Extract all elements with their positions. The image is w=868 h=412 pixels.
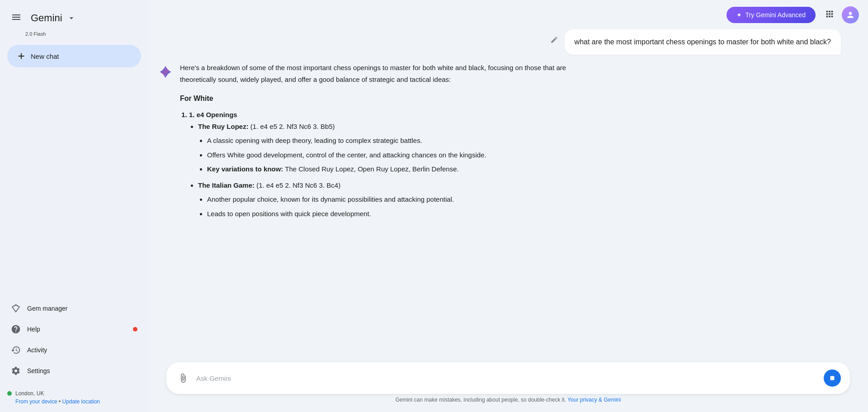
e4-opening-details: The Ruy Lopez: (1. e4 e5 2. Nf3 Nc6 3. B… [189,121,587,220]
user-message-wrapper: what are the most important chess openin… [157,29,859,55]
topbar: ✦ Try Gemini Advanced [148,0,868,29]
chevron-down-icon [67,14,76,23]
chat-input[interactable] [196,374,818,382]
sidebar-item-label: Help [27,326,40,333]
user-message-text: what are the most important chess openin… [575,38,831,46]
new-chat-label: New chat [31,52,59,60]
ruy-lopez-item: The Ruy Lopez: (1. e4 e5 2. Nf3 Nc6 3. B… [198,121,587,175]
ruy-lopez-name: The Ruy Lopez: [198,123,249,130]
try-gemini-advanced-button[interactable]: ✦ Try Gemini Advanced [726,7,816,23]
user-avatar[interactable] [842,6,859,24]
ruy-lopez-detail: (1. e4 e5 2. Nf3 Nc6 3. Bb5) [250,123,335,130]
sidebar-item-label: Activity [27,346,47,354]
plus-icon [16,51,26,61]
app-name: Gemini [31,12,62,24]
e4-openings-label: 1. e4 Openings [189,111,237,118]
help-icon [11,324,21,334]
sidebar-item-label: Settings [27,367,50,374]
sidebar-item-help[interactable]: Help [4,319,145,340]
hamburger-button[interactable] [7,8,25,28]
gem-icon [11,303,21,313]
openings-list: 1. e4 Openings The Ruy Lopez: (1. e4 e5 … [180,109,587,219]
italian-game-item: The Italian Game: (1. e4 e5 2. Nf3 Nc6 3… [198,180,587,220]
italian-game-bullet-1: Another popular choice, known for its dy… [207,194,587,205]
sidebar-item-label: Gem manager [27,305,67,312]
menu-icon [11,12,22,24]
user-message: what are the most important chess openin… [565,29,841,55]
ruy-lopez-bullet-3: Key variations to know: The Closed Ruy L… [207,163,587,175]
try-advanced-label: Try Gemini Advanced [745,11,806,19]
sidebar-item-activity[interactable]: Activity [4,340,145,360]
notification-dot [133,327,137,331]
attach-icon [178,373,188,383]
sidebar: Gemini 2.0 Flash New chat Gem manager He… [0,0,148,412]
italian-game-bullets: Another popular choice, known for its dy… [198,194,587,219]
disclaimer-text: Gemini can make mistakes, including abou… [396,397,566,403]
apps-icon [825,9,835,20]
logo-area: Gemini [31,12,78,24]
sidebar-nav: Gem manager Help Activity Settings [0,294,148,385]
new-chat-button[interactable]: New chat [7,45,141,67]
topbar-icons [821,5,859,24]
location-text: London, UK [15,390,44,397]
location-info: London, UK [7,390,141,397]
sparkle-icon: ✦ [736,11,742,19]
version-dropdown-button[interactable] [65,12,78,24]
send-button[interactable] [824,369,841,387]
sidebar-item-gem-manager[interactable]: Gem manager [4,298,145,319]
input-area: Gemini can make mistakes, including abou… [148,357,868,412]
edit-message-button[interactable] [547,33,561,47]
activity-icon [11,345,21,355]
settings-icon [11,366,21,376]
sidebar-spacer [0,71,148,294]
ruy-lopez-bullet-1: A classic opening with deep theory, lead… [207,135,587,147]
sidebar-header: Gemini [0,0,148,32]
from-device-link[interactable]: From your device [15,398,57,405]
svg-rect-0 [830,376,835,380]
disclaimer: Gemini can make mistakes, including abou… [166,394,850,408]
version-badge: 2.0 Flash [18,30,148,38]
separator: • [59,398,62,405]
input-wrapper [166,362,850,394]
ai-message-wrapper: Here's a breakdown of some of the most i… [157,62,859,224]
gemini-logo-icon [158,65,173,79]
stop-icon [828,374,836,382]
edit-icon [550,36,558,44]
italian-game-name: The Italian Game: [198,181,255,189]
sidebar-footer: London, UK From your device • Update loc… [0,385,148,412]
main-content: ✦ Try Gemini Advanced what are the most … [148,0,868,412]
chat-area: what are the most important chess openin… [148,29,868,357]
update-location-link[interactable]: Update location [62,398,100,405]
gemini-avatar [157,64,174,80]
sidebar-item-settings[interactable]: Settings [4,360,145,381]
ruy-lopez-bullet-2: Offers White good development, control o… [207,149,587,161]
for-white-title: For White [180,92,587,104]
apps-button[interactable] [821,5,838,24]
privacy-link[interactable]: Your privacy & Gemini [567,397,621,403]
location-links: From your device • Update location [15,398,141,405]
ai-message: Here's a breakdown of some of the most i… [180,62,587,224]
ruy-lopez-bullets: A classic opening with deep theory, lead… [198,135,587,175]
location-dot [7,391,12,396]
attach-button[interactable] [175,370,191,386]
e4-openings-item: 1. e4 Openings The Ruy Lopez: (1. e4 e5 … [189,109,587,219]
ai-intro-text: Here's a breakdown of some of the most i… [180,62,587,85]
italian-game-bullet-2: Leads to open positions with quick piece… [207,208,587,220]
italian-game-detail: (1. e4 e5 2. Nf3 Nc6 3. Bc4) [256,181,340,189]
